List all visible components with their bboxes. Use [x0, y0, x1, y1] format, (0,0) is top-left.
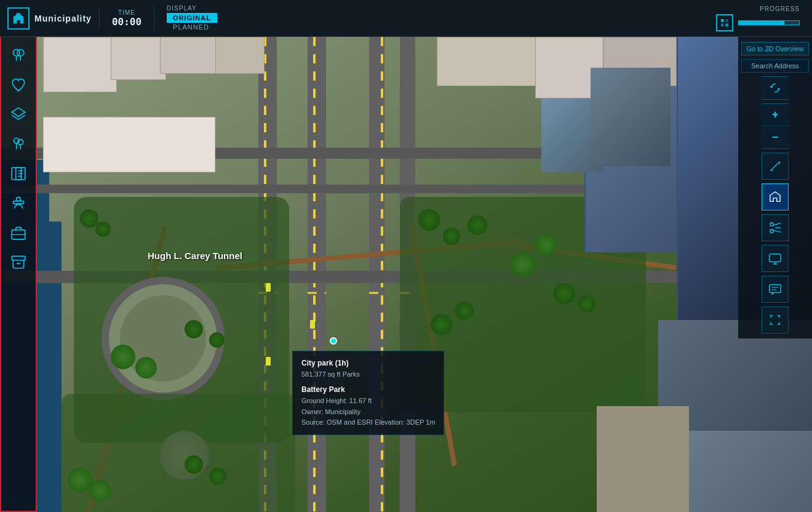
progress-bar — [738, 20, 800, 25]
app-title: Municipality — [34, 14, 92, 23]
progress-icon — [716, 14, 733, 31]
map-view[interactable]: Hugh L. Carey Tunnel City park (1h) 581,… — [0, 37, 812, 512]
measure-tool-button[interactable] — [762, 153, 789, 180]
search-address-button[interactable]: Search Address — [741, 59, 809, 73]
svg-rect-2 — [725, 19, 728, 22]
sidebar-item-comment[interactable] — [5, 160, 32, 187]
progress-fill — [739, 21, 784, 25]
sidebar-item-archive[interactable] — [5, 249, 32, 276]
svg-rect-23 — [12, 256, 25, 260]
compass-control — [762, 76, 789, 100]
compass-rotate-button[interactable] — [762, 77, 789, 99]
sidebar-item-layers[interactable] — [5, 101, 32, 128]
svg-line-30 — [773, 223, 781, 225]
svg-rect-20 — [13, 201, 23, 204]
time-value: 00:00 — [112, 16, 141, 28]
fullscreen-button[interactable] — [762, 306, 789, 334]
sidebar-item-heart[interactable] — [5, 71, 32, 98]
header: Municipality time 00:00 display ORIGINAL… — [0, 0, 812, 37]
map-marker — [330, 337, 337, 345]
svg-rect-3 — [721, 23, 724, 26]
display-label: display — [167, 5, 217, 12]
chat-button[interactable] — [762, 276, 789, 303]
svg-point-29 — [770, 230, 774, 233]
info-display-button[interactable] — [762, 245, 789, 272]
progress-section: progress — [704, 6, 812, 31]
logo-area: Municipality — [0, 7, 99, 30]
zoom-controls: + − — [762, 103, 789, 149]
svg-rect-33 — [770, 254, 781, 262]
right-panel: Go to 2D Overview Search Address + − — [738, 37, 812, 338]
svg-point-28 — [770, 223, 774, 226]
svg-point-19 — [17, 197, 21, 201]
progress-label: progress — [760, 6, 800, 12]
svg-line-31 — [773, 230, 781, 232]
svg-marker-9 — [12, 108, 25, 116]
display-original-button[interactable]: ORIGINAL — [167, 13, 217, 23]
info-popup: City park (1h) 581,377 sq ft Parks Batte… — [292, 351, 444, 435]
cut-tool-button[interactable] — [762, 214, 789, 241]
left-sidebar — [0, 37, 37, 512]
svg-rect-1 — [721, 19, 724, 22]
svg-rect-4 — [725, 23, 728, 26]
sidebar-item-briefcase[interactable] — [5, 219, 32, 246]
time-label: time — [118, 9, 135, 16]
progress-bar-container — [716, 14, 800, 31]
sidebar-item-park[interactable] — [5, 130, 32, 158]
svg-point-6 — [17, 49, 24, 56]
display-section: display ORIGINAL PLANNED — [154, 5, 229, 31]
zoom-in-button[interactable]: + — [762, 104, 789, 126]
sidebar-item-figure[interactable] — [5, 190, 32, 217]
zoom-out-button[interactable]: − — [762, 126, 789, 148]
svg-rect-36 — [770, 285, 781, 293]
svg-line-25 — [771, 162, 780, 171]
time-section: time 00:00 — [99, 9, 154, 28]
sidebar-item-trees[interactable] — [5, 42, 32, 69]
home-view-button[interactable] — [762, 183, 789, 210]
go-to-2d-button[interactable]: Go to 2D Overview — [741, 42, 809, 55]
display-planned-button[interactable]: PLANNED — [167, 23, 217, 31]
municipality-icon — [7, 7, 30, 30]
